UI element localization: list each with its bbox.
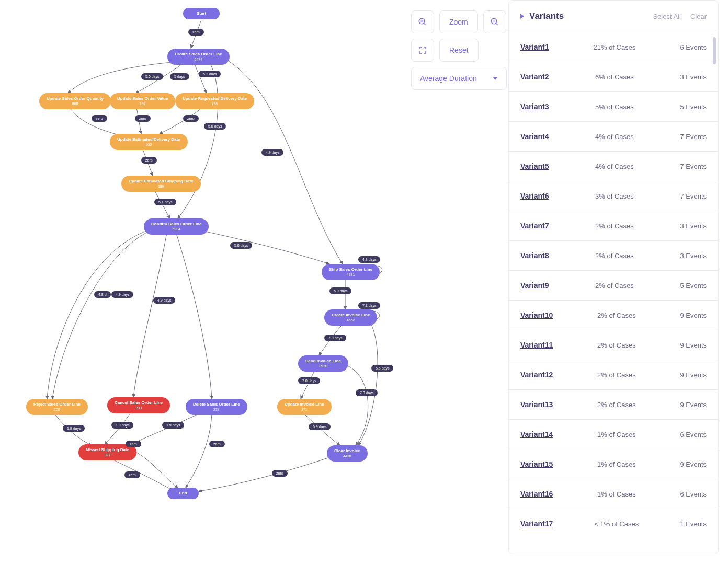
variant-row[interactable]: Variant112% of Cases9 Events [509, 330, 718, 360]
node-upd-qty[interactable]: Update Sales Order Quantity880 [39, 93, 111, 109]
variant-cases: 2% of Cases [597, 401, 636, 409]
node-upd-inv[interactable]: Update Invoice Line371 [277, 399, 332, 415]
variant-row[interactable]: Variant151% of Cases9 Events [509, 449, 718, 479]
node-upd-val[interactable]: Update Sales Order Value197 [110, 93, 175, 109]
variant-cases: 6% of Cases [595, 73, 634, 81]
select-all-link[interactable]: Select All [653, 13, 680, 20]
variant-name[interactable]: Variant5 [520, 162, 549, 170]
variant-row[interactable]: Variant26% of Cases3 Events [509, 62, 718, 91]
variant-row[interactable]: Variant121% of Cases6 Events [509, 32, 718, 62]
scrollbar-thumb[interactable] [713, 37, 716, 64]
variant-name[interactable]: Variant8 [520, 251, 549, 260]
variant-row[interactable]: Variant141% of Cases6 Events [509, 419, 718, 449]
edge-label: 5.5 days [371, 365, 393, 372]
node-cancel[interactable]: Cancel Sales Order Line233 [107, 397, 170, 413]
variant-name[interactable]: Variant3 [520, 102, 549, 111]
metric-select[interactable]: Average Duration [411, 67, 507, 90]
variant-name[interactable]: Variant14 [520, 430, 553, 439]
fit-button[interactable] [411, 39, 434, 62]
reset-button[interactable]: Reset [439, 39, 479, 62]
variant-name[interactable]: Variant7 [520, 222, 549, 230]
variant-row[interactable]: Variant132% of Cases9 Events [509, 389, 718, 419]
edge-label: 5.0 days [141, 73, 163, 80]
clear-link[interactable]: Clear [690, 13, 707, 20]
variant-events: 3 Events [680, 73, 707, 81]
node-reject[interactable]: Reject Sales Order Line260 [26, 399, 88, 415]
variant-row[interactable]: Variant82% of Cases3 Events [509, 240, 718, 270]
node-delete[interactable]: Delete Sales Order Line237 [186, 399, 247, 415]
variant-name[interactable]: Variant11 [520, 341, 553, 349]
variant-cases: 1% of Cases [597, 460, 636, 468]
triangle-right-icon[interactable] [520, 14, 524, 19]
node-upd-est-del[interactable]: Update Estimated Delivery Date200 [110, 134, 188, 150]
edge-label: 4.8 d [94, 291, 111, 298]
variant-events: 3 Events [680, 252, 707, 260]
variant-name[interactable]: Variant13 [520, 400, 553, 409]
variant-name[interactable]: Variant6 [520, 192, 549, 200]
variant-row[interactable]: Variant161% of Cases6 Events [509, 479, 718, 509]
variant-name[interactable]: Variant15 [520, 460, 553, 468]
node-upd-est-ship[interactable]: Update Estimated Shipping Date199 [121, 176, 201, 192]
controls: Zoom Reset Average Duration [411, 10, 507, 90]
variant-events: 7 Events [680, 163, 707, 170]
edge-label: 7.0 days [356, 389, 378, 396]
metric-value: Average Duration [420, 74, 477, 83]
node-create[interactable]: Create Sales Order Line5474 [167, 49, 230, 65]
variant-row[interactable]: Variant122% of Cases9 Events [509, 360, 718, 389]
variant-events: 9 Events [680, 371, 707, 379]
node-confirm[interactable]: Confirm Sales Order Line5234 [144, 218, 209, 235]
variant-name[interactable]: Variant2 [520, 73, 549, 81]
node-end[interactable]: End [167, 488, 199, 499]
edge-label: zero [141, 157, 157, 164]
panel-header: Variants Select All Clear [509, 1, 718, 32]
zoom-label[interactable]: Zoom [439, 10, 478, 33]
zoom-in-button[interactable] [411, 10, 434, 33]
variant-name[interactable]: Variant4 [520, 132, 549, 141]
variant-cases: 1% of Cases [597, 490, 636, 498]
variant-cases: 1% of Cases [597, 431, 636, 439]
edge-label: zero [135, 115, 151, 122]
node-upd-req[interactable]: Update Requested Delivery Date799 [175, 93, 254, 109]
variant-cases: 2% of Cases [595, 252, 634, 260]
variant-cases: < 1% of Cases [594, 520, 639, 528]
variant-name[interactable]: Variant10 [520, 311, 553, 319]
variant-name[interactable]: Variant12 [520, 371, 553, 379]
variant-row[interactable]: Variant54% of Cases7 Events [509, 151, 718, 181]
variant-events: 9 Events [680, 341, 707, 349]
variant-row[interactable]: Variant17< 1% of Cases1 Events [509, 509, 718, 538]
node-start[interactable]: Start [183, 8, 220, 19]
edge-label: zero [188, 29, 204, 36]
node-create-inv[interactable]: Create Invoice Line4662 [324, 309, 377, 326]
node-clear-inv[interactable]: Clear Invoice4430 [327, 445, 368, 462]
edge-label: 4.9 days [261, 149, 283, 156]
edge-label: 4.8 days [358, 256, 380, 263]
variant-cases: 4% of Cases [595, 163, 634, 170]
variant-events: 6 Events [680, 490, 707, 498]
variant-name[interactable]: Variant17 [520, 520, 553, 528]
variant-events: 9 Events [680, 460, 707, 468]
variant-name[interactable]: Variant16 [520, 490, 553, 498]
variant-row[interactable]: Variant92% of Cases5 Events [509, 270, 718, 300]
variant-row[interactable]: Variant72% of Cases3 Events [509, 211, 718, 240]
variant-row[interactable]: Variant63% of Cases7 Events [509, 181, 718, 211]
variant-row[interactable]: Variant44% of Cases7 Events [509, 121, 718, 151]
variant-name[interactable]: Variant9 [520, 281, 549, 290]
zoom-out-button[interactable] [483, 10, 506, 33]
edge-label: 4.9 days [153, 297, 175, 304]
variant-cases: 2% of Cases [595, 222, 634, 230]
edge-label: 5 days [170, 73, 189, 80]
variant-name[interactable]: Variant1 [520, 43, 549, 51]
node-send-inv[interactable]: Send Invoice Line3920 [298, 355, 348, 372]
edge-label: 1.9 days [63, 425, 85, 432]
variant-row[interactable]: Variant35% of Cases5 Events [509, 91, 718, 121]
node-ship[interactable]: Ship Sales Order Line4871 [322, 264, 380, 280]
edge-label: 7.3 days [358, 302, 380, 309]
edge-label: 1.9 days [162, 422, 184, 429]
edge-label: 7.0 days [324, 335, 346, 341]
variant-list[interactable]: Variant121% of Cases6 EventsVariant26% o… [509, 32, 718, 554]
variant-events: 5 Events [680, 103, 707, 111]
chevron-down-icon [493, 77, 498, 80]
variant-cases: 2% of Cases [597, 371, 636, 379]
variant-row[interactable]: Variant102% of Cases9 Events [509, 300, 718, 330]
variant-cases: 2% of Cases [597, 341, 636, 349]
